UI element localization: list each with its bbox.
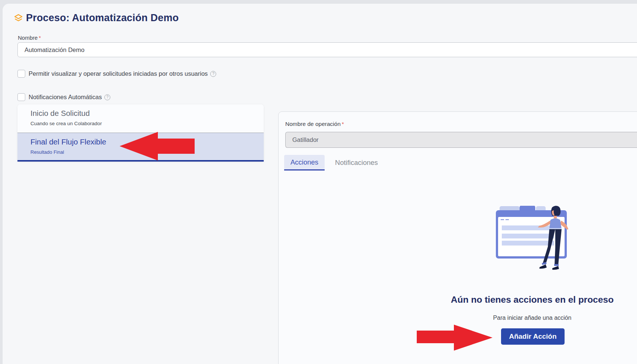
- operation-name-label-text: Nombre de operación: [285, 121, 341, 127]
- red-arrow-left-annotation: [120, 132, 195, 160]
- step-title: Inicio de Solicitud: [30, 108, 256, 118]
- tab-bar: Acciones Notificaciones: [284, 155, 384, 170]
- checkbox-row-notifications: Notificaciones Automáticas ?: [17, 93, 110, 101]
- checkbox-row-other-users: Permitir visualizar y operar solicitudes…: [17, 70, 216, 78]
- name-field-label-text: Nombre: [18, 35, 38, 41]
- required-asterisk: *: [342, 121, 344, 127]
- name-field-label: Nombre*: [18, 35, 41, 41]
- help-icon[interactable]: ?: [210, 71, 216, 77]
- add-action-button[interactable]: Añadir Acción: [501, 328, 565, 345]
- tab-notificaciones[interactable]: Notificaciones: [329, 155, 384, 170]
- operation-name-label: Nombre de operación*: [285, 121, 344, 127]
- empty-state-illustration: [496, 206, 569, 274]
- operation-panel: Nombre de operación* Acciones Notificaci…: [278, 111, 637, 364]
- operation-name-input: [285, 132, 637, 148]
- tab-acciones[interactable]: Acciones: [284, 155, 325, 170]
- empty-state-title: Aún no tienes acciones en el proceso: [445, 295, 620, 305]
- checkbox-auto-notifications-label: Notificaciones Automáticas: [29, 94, 102, 101]
- empty-state-subtitle: Para iniciar añade una acción: [445, 315, 620, 321]
- red-arrow-right-annotation: [417, 325, 493, 351]
- step-subtitle: Cuando se crea un Colaborador: [30, 121, 256, 126]
- name-input[interactable]: [17, 42, 637, 57]
- required-asterisk: *: [39, 35, 41, 41]
- step-item-inicio-de-solicitud[interactable]: Inicio de Solicitud Cuando se crea un Co…: [17, 104, 264, 133]
- checkbox-other-users-label: Permitir visualizar y operar solicitudes…: [29, 70, 208, 77]
- checkbox-auto-notifications[interactable]: [17, 93, 25, 101]
- main-panel: Proceso: Automatización Demo Nombre* Per…: [2, 3, 637, 364]
- layers-icon: [13, 13, 23, 23]
- help-icon[interactable]: ?: [104, 94, 110, 100]
- page-title: Proceso: Automatización Demo: [26, 12, 179, 24]
- checkbox-other-users[interactable]: [17, 70, 25, 78]
